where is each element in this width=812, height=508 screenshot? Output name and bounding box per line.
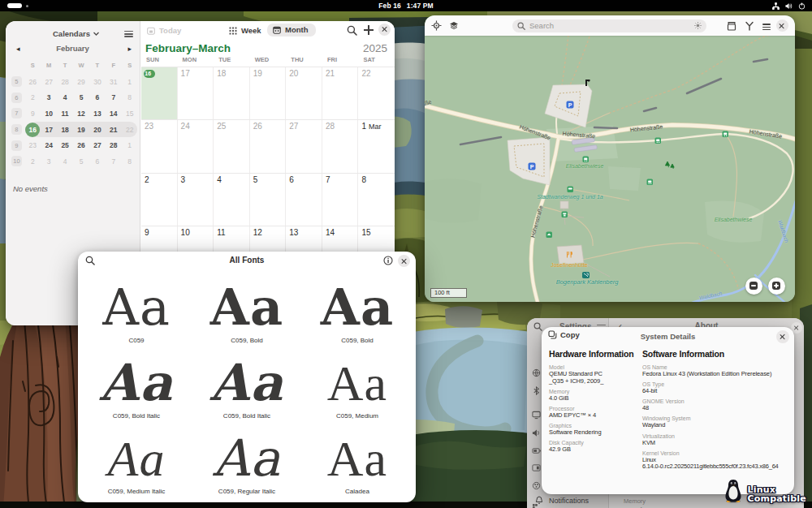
mini-calendar-day[interactable]: 24 (41, 141, 57, 149)
month-view-button[interactable]: Month (267, 24, 316, 37)
today-button[interactable]: Today (147, 26, 181, 36)
day-cell[interactable]: 19 (250, 67, 287, 120)
mini-calendar-day[interactable]: 30 (89, 78, 106, 86)
close-icon[interactable] (776, 19, 788, 32)
bluetooth-icon[interactable] (532, 386, 541, 395)
mini-calendar-day[interactable]: 22 (122, 126, 138, 134)
mini-calendar-day[interactable]: 3 (41, 157, 57, 166)
route-icon[interactable] (745, 21, 754, 31)
mini-calendar-day[interactable]: 4 (57, 157, 73, 166)
font-tile[interactable]: Aa C059, Medium Italic (81, 424, 192, 499)
mini-calendar-day[interactable]: 14 (106, 110, 122, 118)
mini-calendar-day[interactable]: 16 (24, 126, 41, 134)
brightness-icon[interactable] (694, 22, 702, 29)
clock-menu[interactable]: Feb 16 1:47 PM (0, 0, 812, 11)
mini-calendar-day[interactable]: 6 (89, 93, 106, 101)
day-cell[interactable]: 23 (141, 120, 178, 173)
mini-calendar-day[interactable]: 29 (73, 78, 89, 86)
sound-icon[interactable] (532, 428, 541, 437)
font-tile[interactable]: Aa C059, Medium (302, 348, 412, 424)
mini-calendar-day[interactable]: 21 (106, 126, 122, 134)
day-cell[interactable]: 2 (141, 174, 178, 226)
day-cell[interactable]: 26 (250, 120, 287, 173)
mini-calendar-day[interactable]: 26 (24, 78, 41, 86)
mini-calendar-day[interactable]: 2 (24, 157, 41, 166)
mini-calendar-day[interactable]: 5 (73, 93, 89, 101)
display-icon[interactable] (532, 411, 541, 420)
day-cell[interactable]: 18 (214, 67, 250, 120)
font-tile[interactable]: Aa C059, Bold (192, 273, 302, 348)
favorites-icon[interactable] (727, 21, 736, 31)
mini-calendar-day[interactable]: 15 (122, 110, 138, 118)
mini-calendar-day[interactable]: 27 (89, 141, 106, 149)
font-tile[interactable]: Aa C059, Bold Italic (192, 348, 302, 424)
day-cell[interactable]: 20 (286, 67, 322, 120)
font-tile[interactable]: Aa C059, Regular Italic (192, 424, 302, 499)
multitasking-icon[interactable] (532, 463, 541, 472)
day-cell[interactable]: 5 (250, 174, 287, 226)
mini-calendar-day[interactable]: 25 (57, 141, 73, 149)
mini-calendar-day[interactable]: 11 (57, 110, 73, 118)
day-cell[interactable]: 21 (322, 67, 359, 120)
mini-calendar-day[interactable]: 18 (57, 126, 73, 134)
mini-calendar-day[interactable]: 4 (57, 93, 73, 101)
goto-location-icon[interactable] (431, 20, 442, 31)
zoom-out-button[interactable] (745, 278, 762, 295)
sidebar-item-notifications[interactable]: Notifications (535, 496, 589, 505)
info-icon[interactable] (383, 256, 393, 265)
menu-icon[interactable] (762, 23, 771, 32)
mini-calendar-day[interactable]: 27 (41, 78, 57, 86)
mini-calendar-day[interactable]: 23 (24, 141, 41, 149)
search-icon[interactable] (347, 25, 357, 36)
day-cell[interactable]: 24 (178, 120, 214, 173)
font-tile[interactable]: Aa C059, Bold Italic (81, 348, 192, 424)
zoom-in-button[interactable] (768, 278, 785, 295)
font-tile[interactable]: Aa Caladea (302, 424, 412, 499)
day-cell[interactable]: 22 (358, 67, 395, 120)
font-tile[interactable]: Aa C059 (81, 273, 192, 348)
day-cell[interactable]: 16 (141, 67, 178, 120)
day-cell[interactable]: 25 (214, 120, 250, 173)
maps-search-field[interactable]: Search (512, 19, 706, 32)
day-cell[interactable]: 6 (286, 174, 322, 226)
calendars-dropdown-button[interactable]: Calendars (53, 27, 99, 41)
mini-calendar-day[interactable]: 8 (122, 93, 138, 101)
power-icon[interactable] (532, 446, 541, 455)
appearance-icon[interactable] (532, 481, 541, 490)
mini-calendar-day[interactable]: 12 (73, 110, 89, 118)
mini-calendar-day[interactable]: 1 (122, 141, 138, 149)
close-icon[interactable] (398, 255, 410, 267)
day-cell[interactable]: 27 (286, 120, 322, 173)
close-icon[interactable] (776, 330, 789, 343)
mini-calendar-day[interactable]: 20 (89, 126, 106, 134)
next-month-button[interactable]: ▸ (127, 45, 132, 53)
mini-calendar-day[interactable]: 6 (89, 157, 106, 166)
mini-calendar-day[interactable]: 26 (73, 141, 89, 149)
mini-calendar-day[interactable]: 13 (89, 110, 106, 118)
layers-icon[interactable] (449, 21, 459, 31)
close-icon[interactable] (378, 24, 391, 36)
mini-calendar-day[interactable]: 19 (73, 126, 89, 134)
font-tile[interactable]: Aa C059, Bold (302, 273, 412, 348)
week-view-button[interactable]: Week (229, 26, 261, 36)
mini-calendar-day[interactable]: 5 (73, 157, 89, 166)
network-icon[interactable] (532, 368, 541, 377)
mini-calendar-day[interactable]: 9 (24, 110, 41, 118)
map-view[interactable]: P P (425, 15, 795, 302)
mini-calendar-day[interactable]: 10 (41, 110, 57, 118)
day-cell[interactable]: 8 (358, 174, 395, 226)
mini-calendar-day[interactable]: 8 (122, 157, 138, 166)
mini-calendar-day[interactable]: 1 (122, 78, 138, 86)
mini-calendar-day[interactable]: 3 (41, 93, 57, 101)
mini-calendar-day[interactable]: 31 (106, 78, 122, 86)
day-cell[interactable]: 4 (214, 174, 250, 226)
mini-calendar-day[interactable]: 17 (41, 126, 57, 134)
day-cell[interactable]: 3 (178, 174, 214, 226)
day-cell[interactable]: 28 (322, 120, 359, 173)
day-cell[interactable]: 1Mar (358, 120, 395, 173)
add-event-icon[interactable] (364, 25, 374, 35)
mini-calendar-day[interactable]: 28 (106, 141, 122, 149)
menu-icon[interactable] (124, 29, 133, 37)
mini-calendar-day[interactable]: 7 (106, 157, 122, 166)
mini-calendar-day[interactable]: 2 (24, 93, 41, 101)
